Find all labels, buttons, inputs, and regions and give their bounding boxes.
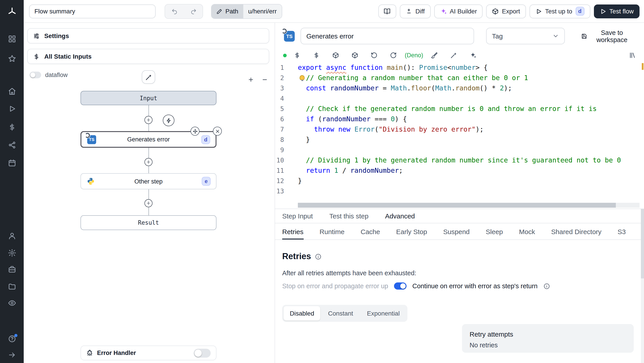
sidebar-item-home[interactable] — [0, 84, 24, 99]
step-editor-panel: TS Tag Save to workspace (Deno) 1export … — [275, 23, 644, 363]
subtab-early-stop[interactable]: Early Stop — [396, 223, 427, 239]
export-button[interactable]: Export — [486, 4, 526, 18]
library-button[interactable] — [629, 52, 636, 59]
tab-advanced[interactable]: Advanced — [385, 209, 415, 223]
step-name-input[interactable] — [300, 28, 474, 44]
zoom-out-button[interactable] — [259, 75, 269, 85]
retry-mode-disabled[interactable]: Disabled — [284, 306, 320, 320]
add-step-button-1[interactable] — [144, 116, 152, 124]
dependencies-button[interactable] — [352, 52, 358, 59]
sidebar-item-favorites[interactable] — [0, 51, 24, 66]
windmill-logo[interactable] — [0, 4, 24, 19]
retry-mode-constant[interactable]: Constant — [322, 306, 359, 320]
format-button[interactable] — [431, 52, 438, 59]
sidebar-item-variables[interactable] — [0, 120, 24, 135]
tab-test-this-step[interactable]: Test this step — [330, 209, 368, 223]
scrollbar-thumb[interactable] — [641, 209, 644, 278]
runtime-label[interactable]: (Deno) — [405, 52, 423, 59]
test-up-to-label: Test up to — [545, 8, 572, 15]
add-resource-button[interactable] — [313, 52, 320, 59]
error-handler-toggle[interactable] — [194, 348, 211, 357]
redo-button[interactable] — [184, 4, 202, 18]
undo-button[interactable] — [165, 4, 184, 18]
subtab-s3[interactable]: S3 — [618, 223, 626, 239]
tab-step-input[interactable]: Step Input — [282, 209, 313, 223]
sidebar-item-settings[interactable] — [0, 245, 24, 260]
add-variable-button[interactable] — [294, 52, 300, 59]
retry-attempts-value: No retries — [470, 341, 626, 349]
tag-select[interactable]: Tag — [486, 28, 565, 44]
diff-button[interactable]: Diff — [400, 4, 431, 18]
ai-wand-button[interactable] — [450, 52, 457, 59]
scrollbar-thumb[interactable] — [298, 203, 616, 208]
code-editor[interactable]: 1export async function main(): Promise<n… — [275, 61, 644, 209]
reload-runtime-button[interactable] — [390, 52, 397, 59]
sliders-icon — [33, 33, 40, 39]
dataflow-label: dataflow — [45, 72, 68, 78]
test-flow-button[interactable]: Test flow — [594, 4, 640, 18]
ts-label: TS — [286, 33, 292, 39]
sidebar-item-folders[interactable] — [0, 279, 24, 294]
sidebar-item-users[interactable] — [0, 228, 24, 243]
dollar-icon — [8, 123, 16, 131]
loading-spinner-icon — [281, 28, 287, 34]
add-step-button-2[interactable] — [144, 158, 152, 166]
sidebar-item-help[interactable] — [0, 331, 24, 346]
sidebar-item-runs[interactable] — [0, 101, 24, 116]
add-step-button-3[interactable] — [144, 199, 152, 207]
retries-exhausted-text: After all retries attempts have been exh… — [282, 269, 635, 277]
flow-node-other-step[interactable]: Other step e — [80, 173, 216, 189]
info-icon[interactable] — [544, 283, 550, 289]
vertical-scrollbar[interactable] — [641, 209, 644, 363]
continue-on-error-toggle[interactable] — [394, 282, 406, 290]
reset-button[interactable] — [371, 52, 378, 59]
arrow-right-icon — [8, 351, 16, 359]
sparkles-icon — [440, 8, 446, 15]
subtab-sleep[interactable]: Sleep — [486, 223, 503, 239]
ai-sparkles-button[interactable] — [470, 52, 476, 59]
error-handler-button[interactable]: Error Handler — [80, 345, 216, 360]
subtab-runtime[interactable]: Runtime — [320, 223, 344, 239]
sidebar-expand-button[interactable] — [0, 347, 24, 362]
horizontal-scrollbar[interactable] — [298, 203, 640, 208]
sidebar-item-resources[interactable] — [0, 137, 24, 153]
subtab-retries[interactable]: Retries — [282, 223, 304, 239]
line-number: 6 — [275, 114, 284, 124]
static-inputs-button[interactable]: All Static Inputs — [27, 49, 269, 64]
subtab-cache[interactable]: Cache — [361, 223, 380, 239]
subtab-mock[interactable]: Mock — [519, 223, 535, 239]
trigger-button[interactable] — [163, 115, 174, 126]
sidebar-item-schedules[interactable] — [0, 155, 24, 171]
code-line: 6 if (randomNumber === 0) { — [275, 114, 644, 124]
explore-packages-button[interactable] — [332, 52, 339, 59]
flow-settings-button[interactable]: Settings — [27, 28, 269, 44]
subtab-shared-directory[interactable]: Shared Directory — [551, 223, 602, 239]
ai-builder-button[interactable]: AI Builder — [434, 4, 482, 18]
flow-node-input[interactable]: Input — [80, 91, 216, 105]
docs-button[interactable] — [378, 4, 396, 18]
zoom-in-button[interactable] — [245, 75, 255, 85]
dataflow-toggle[interactable] — [30, 72, 41, 78]
info-icon[interactable] — [315, 253, 322, 260]
sidebar-item-apps[interactable] — [0, 31, 24, 47]
path-edit-segment[interactable]: Path — [212, 4, 243, 18]
sidebar-item-workers[interactable] — [0, 262, 24, 277]
flow-node-generates-error[interactable]: TS Generates error d — [80, 131, 216, 148]
test-up-to-button[interactable]: Test up tod — [530, 4, 590, 18]
retry-mode-exponential[interactable]: Exponential — [361, 306, 406, 320]
play-icon — [600, 8, 606, 15]
move-step-button[interactable] — [190, 127, 200, 136]
sidebar-item-audit[interactable] — [0, 295, 24, 311]
stop-on-error-option[interactable]: Stop on error and propagate error up — [282, 282, 388, 290]
flow-summary-input[interactable] — [29, 4, 156, 18]
delete-step-button[interactable] — [213, 127, 222, 136]
subtab-suspend[interactable]: Suspend — [443, 223, 470, 239]
ai-flow-wand-button[interactable] — [142, 70, 155, 84]
flow-node-result[interactable]: Result — [80, 215, 216, 230]
play-icon — [535, 8, 542, 15]
save-to-workspace-button[interactable]: Save to workspace — [579, 29, 636, 44]
path-control[interactable]: Path u/henri/err — [211, 4, 282, 19]
lightbulb-icon[interactable] — [300, 75, 304, 80]
topbar: Path u/henri/err Diff AI Builder Export … — [24, 0, 644, 23]
continue-on-error-option[interactable]: Continue on error with error as step's r… — [412, 282, 538, 290]
